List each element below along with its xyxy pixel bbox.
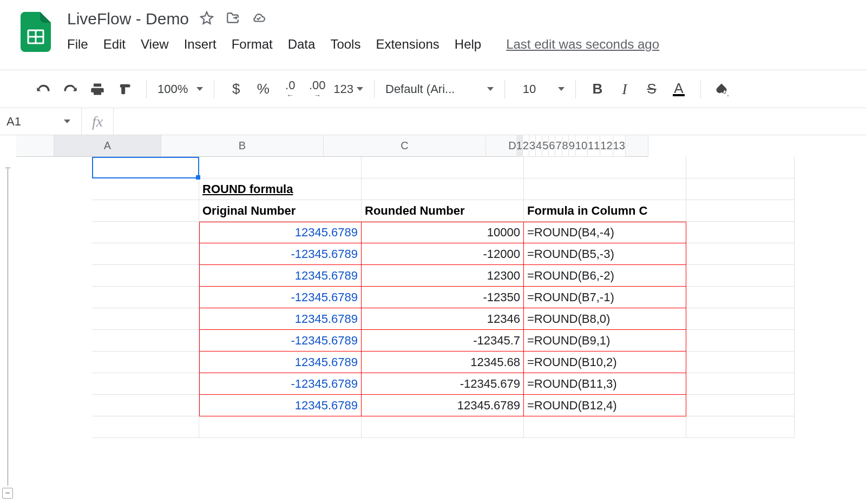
cell-E1[interactable] xyxy=(686,157,795,178)
cell-E2[interactable] xyxy=(686,178,795,200)
redo-button[interactable] xyxy=(60,78,81,100)
cell-B12[interactable]: 12345.6789 xyxy=(199,395,362,416)
cell-C11[interactable]: -12345.679 xyxy=(362,373,524,395)
cell-D8[interactable]: =ROUND(B8,0) xyxy=(524,308,686,330)
paint-format-button[interactable] xyxy=(114,78,135,100)
cell-E4[interactable] xyxy=(686,222,795,243)
cell-C4[interactable]: 10000 xyxy=(362,222,524,243)
cell-B1[interactable] xyxy=(199,157,362,178)
menu-format[interactable]: Format xyxy=(232,37,273,52)
cell-A7[interactable] xyxy=(92,287,199,308)
cell-C7[interactable]: -12350 xyxy=(362,287,524,308)
cell-C8[interactable]: 12346 xyxy=(362,308,524,330)
cell-A12[interactable] xyxy=(92,395,199,416)
undo-button[interactable] xyxy=(32,78,54,100)
cell-C3[interactable]: Rounded Number xyxy=(362,200,524,222)
cell-B2[interactable]: ROUND formula xyxy=(199,178,362,200)
cell-B4[interactable]: 12345.6789 xyxy=(199,222,362,243)
cell-E13[interactable] xyxy=(686,416,795,438)
cell-A5[interactable] xyxy=(92,243,199,265)
row-header-2[interactable]: 2 xyxy=(523,135,529,157)
cell-C5[interactable]: -12000 xyxy=(362,243,524,265)
cell-E9[interactable] xyxy=(686,330,795,352)
cell-E7[interactable] xyxy=(686,287,795,308)
cell-D10[interactable]: =ROUND(B10,2) xyxy=(524,352,686,373)
cell-E12[interactable] xyxy=(686,395,795,416)
col-header-C[interactable]: C xyxy=(324,135,486,157)
font-family-select[interactable]: Default (Ari... xyxy=(385,78,494,100)
collapse-group-button[interactable]: − xyxy=(2,488,13,499)
cell-B9[interactable]: -12345.6789 xyxy=(199,330,362,352)
spreadsheet-grid[interactable]: A B C D12345678910111213 ROUND formulaOr… xyxy=(16,135,866,504)
cell-C1[interactable] xyxy=(362,157,524,178)
cell-D1[interactable] xyxy=(524,157,686,178)
menu-insert[interactable]: Insert xyxy=(184,37,216,52)
print-button[interactable] xyxy=(87,78,108,100)
cell-C6[interactable]: 12300 xyxy=(362,265,524,287)
zoom-select[interactable]: 100% xyxy=(158,82,203,96)
cell-B7[interactable]: -12345.6789 xyxy=(199,287,362,308)
menu-edit[interactable]: Edit xyxy=(103,37,126,52)
cell-B6[interactable]: 12345.6789 xyxy=(199,265,362,287)
cell-E10[interactable] xyxy=(686,352,795,373)
cell-E5[interactable] xyxy=(686,243,795,265)
cell-D3[interactable]: Formula in Column C xyxy=(524,200,686,222)
menu-view[interactable]: View xyxy=(141,37,169,52)
cell-D13[interactable] xyxy=(524,416,686,438)
cell-A8[interactable] xyxy=(92,308,199,330)
font-size-select[interactable]: 10 xyxy=(516,78,565,100)
decrease-decimal-button[interactable]: .0← xyxy=(279,78,301,100)
cell-E3[interactable] xyxy=(686,200,795,222)
cell-A10[interactable] xyxy=(92,352,199,373)
row-header-10[interactable]: 10 xyxy=(575,135,588,157)
increase-decimal-button[interactable]: .00→ xyxy=(306,78,328,100)
cell-E6[interactable] xyxy=(686,265,795,287)
cell-A1[interactable] xyxy=(92,157,199,178)
row-header-12[interactable]: 12 xyxy=(600,135,613,157)
col-header-A[interactable]: A xyxy=(54,135,161,157)
group-indicator[interactable] xyxy=(8,169,8,486)
doc-title[interactable]: LiveFlow - Demo xyxy=(67,10,189,28)
row-header-7[interactable]: 7 xyxy=(555,135,562,157)
cell-C13[interactable] xyxy=(362,416,524,438)
sheets-logo[interactable] xyxy=(21,12,51,52)
cell-B10[interactable]: 12345.6789 xyxy=(199,352,362,373)
cell-C9[interactable]: -12345.7 xyxy=(362,330,524,352)
menu-file[interactable]: File xyxy=(67,37,88,52)
row-header-3[interactable]: 3 xyxy=(529,135,536,157)
row-header-11[interactable]: 11 xyxy=(588,135,600,157)
row-header-6[interactable]: 6 xyxy=(549,135,555,157)
cell-D9[interactable]: =ROUND(B9,1) xyxy=(524,330,686,352)
bold-button[interactable]: B xyxy=(587,78,608,100)
cell-A11[interactable] xyxy=(92,373,199,395)
row-header-4[interactable]: 4 xyxy=(536,135,542,157)
cell-B5[interactable]: -12345.6789 xyxy=(199,243,362,265)
cell-D2[interactable] xyxy=(524,178,686,200)
cell-D6[interactable]: =ROUND(B6,-2) xyxy=(524,265,686,287)
cell-B13[interactable] xyxy=(199,416,362,438)
text-color-button[interactable]: A xyxy=(668,78,690,100)
cell-E11[interactable] xyxy=(686,373,795,395)
menu-tools[interactable]: Tools xyxy=(330,37,360,52)
strikethrough-button[interactable]: S xyxy=(641,78,662,100)
name-box[interactable]: A1 xyxy=(0,115,81,129)
row-header-5[interactable]: 5 xyxy=(542,135,549,157)
cell-D5[interactable]: =ROUND(B5,-3) xyxy=(524,243,686,265)
row-header-9[interactable]: 9 xyxy=(569,135,575,157)
cell-A3[interactable] xyxy=(92,200,199,222)
star-icon[interactable] xyxy=(200,11,214,27)
cell-D4[interactable]: =ROUND(B4,-4) xyxy=(524,222,686,243)
fill-color-button[interactable]: . xyxy=(712,78,733,100)
currency-button[interactable]: $ xyxy=(225,78,247,100)
cell-A9[interactable] xyxy=(92,330,199,352)
cell-D11[interactable]: =ROUND(B11,3) xyxy=(524,373,686,395)
more-formats-button[interactable]: 123 xyxy=(333,78,363,100)
italic-button[interactable]: I xyxy=(614,78,635,100)
select-all-corner[interactable] xyxy=(16,135,54,157)
cell-A6[interactable] xyxy=(92,265,199,287)
cell-C2[interactable] xyxy=(362,178,524,200)
row-header-13[interactable]: 13 xyxy=(613,135,626,157)
move-icon[interactable] xyxy=(226,11,240,27)
row-header-1[interactable]: 1 xyxy=(516,135,523,157)
cell-C12[interactable]: 12345.6789 xyxy=(362,395,524,416)
